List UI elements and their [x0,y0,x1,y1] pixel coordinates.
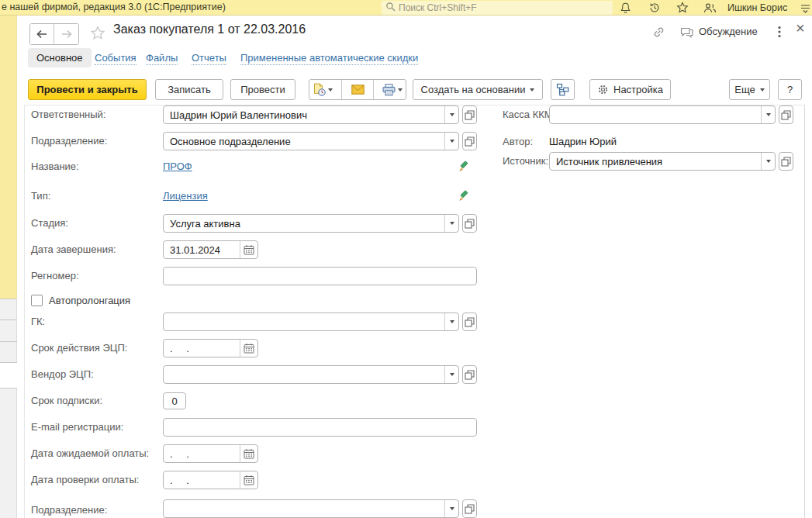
tab-main[interactable]: Основное [28,48,92,67]
dropdown-button[interactable] [761,153,775,170]
payment-check-date-field[interactable]: . . [163,471,258,489]
tab-auto-discounts[interactable]: Примененные автоматические скидки [240,52,418,65]
main-menu-icon[interactable] [798,2,812,14]
calendar-icon [244,448,254,459]
gk-open-button[interactable] [462,313,477,331]
calendar-button[interactable] [240,471,257,489]
edit-pencil-icon[interactable] [458,161,470,173]
document-title: Заказ покупателя 1 от 22.03.2016 [113,22,306,36]
source-open-button[interactable] [779,152,793,171]
chevron-down-icon [398,88,403,92]
type-link[interactable]: Лицензия [163,187,208,205]
discussion-icon[interactable] [680,27,694,42]
dropdown-button[interactable] [761,106,775,123]
search-placeholder: Поиск Ctrl+Shift+F [399,2,477,13]
global-search-input[interactable]: Поиск Ctrl+Shift+F [382,1,613,15]
open-icon [465,370,475,380]
dropdown-button[interactable] [444,215,458,232]
close-icon[interactable]: × [796,20,805,36]
source-field[interactable]: Источник привлечения [549,152,776,171]
eds-vendor-open-button[interactable] [462,365,477,384]
calendar-button[interactable] [240,340,257,357]
copy-link-icon[interactable] [652,26,665,42]
expected-payment-date-field[interactable]: . . [163,444,258,463]
responsible-field[interactable]: Шадрин Юрий Валентинович [163,105,459,124]
department-open-button[interactable] [462,132,477,150]
dropdown-button[interactable] [444,366,458,383]
subscription-term-field[interactable]: 0 [163,392,186,409]
post-and-close-button[interactable]: Провести и закрыть [28,79,147,100]
name-link[interactable]: ПРОФ [163,157,192,176]
divider [24,105,25,518]
finish-date-field[interactable]: 31.01.2024 [163,240,258,259]
app-title-bar: е нашей фирмой, редакция 3.0 (1С:Предпри… [0,0,812,16]
dropdown-button[interactable] [444,500,458,517]
more-button[interactable]: Еще [729,79,770,100]
write-button[interactable]: Записать [155,79,223,100]
source-label: Источник: [503,152,548,171]
dropdown-button[interactable] [444,313,458,330]
edit-pencil-icon[interactable] [458,190,470,202]
gk-label: ГК: [31,313,45,331]
reg-number-field[interactable] [163,267,477,285]
chevron-down-icon [766,113,771,116]
responsible-label: Ответственный: [31,105,105,124]
calendar-icon [244,475,254,485]
favorites-star-icon[interactable] [676,2,689,14]
users-icon[interactable] [703,2,717,14]
structure-icon [556,83,569,96]
eds-validity-label: Срок действия ЭЦП: [31,339,127,357]
back-button[interactable] [30,24,54,44]
kkm-field[interactable] [549,105,776,124]
more-menu-dots-icon[interactable] [778,26,781,41]
quick-actions-group [309,79,406,100]
department2-open-button[interactable] [462,499,477,518]
help-label: ? [787,84,793,95]
autoprolongation-label[interactable]: Автопролонгация [49,292,130,310]
department2-field[interactable] [163,499,459,518]
chevron-down-icon [450,140,454,143]
tab-files[interactable]: Файлы [146,52,178,65]
chevron-down-icon [450,320,454,323]
eds-validity-field[interactable]: . . [163,339,258,357]
help-button[interactable]: ? [778,79,802,100]
print-button[interactable] [378,80,406,99]
current-user-name[interactable]: Ишкин Борис [727,2,787,13]
autoprolongation-checkbox[interactable] [31,295,43,306]
expected-payment-date-value: . . [164,448,240,460]
create-reminder-button[interactable] [309,80,337,99]
calendar-button[interactable] [240,445,257,462]
chevron-down-icon [530,88,534,92]
department-field[interactable]: Основное подразделение [163,132,459,150]
eds-vendor-label: Вендор ЭЦП: [31,365,94,384]
stage-field[interactable]: Услуга активна [163,214,459,233]
calendar-button[interactable] [240,241,257,258]
chevron-down-icon [450,507,454,510]
gk-field[interactable] [163,313,459,331]
responsible-open-button[interactable] [462,105,477,124]
chevron-down-icon [760,88,765,92]
kkm-open-button[interactable] [779,105,793,124]
related-documents-button[interactable] [551,79,575,100]
post-and-close-label: Провести и закрыть [36,84,137,95]
favorite-star-icon[interactable] [90,26,105,44]
forward-button[interactable] [54,24,78,44]
background-panel-row-white [0,363,17,388]
send-email-button[interactable] [347,80,369,99]
eds-vendor-field[interactable] [163,365,459,384]
reg-email-field[interactable] [163,418,477,437]
create-based-on-button[interactable]: Создать на основании [413,79,543,100]
form-scrollbar[interactable] [804,105,805,518]
history-icon[interactable] [648,2,662,14]
tab-events[interactable]: События [95,52,136,65]
notifications-bell-icon[interactable] [618,2,632,14]
dropdown-button[interactable] [444,133,458,150]
settings-button[interactable]: Настройка [589,79,671,100]
post-button[interactable]: Провести [230,79,295,100]
open-icon [465,136,475,147]
discussion-link[interactable]: Обсуждение [699,26,758,37]
calendar-icon [244,343,254,354]
dropdown-button[interactable] [444,106,458,123]
tab-reports[interactable]: Отчеты [192,52,226,65]
stage-open-button[interactable] [462,214,477,233]
